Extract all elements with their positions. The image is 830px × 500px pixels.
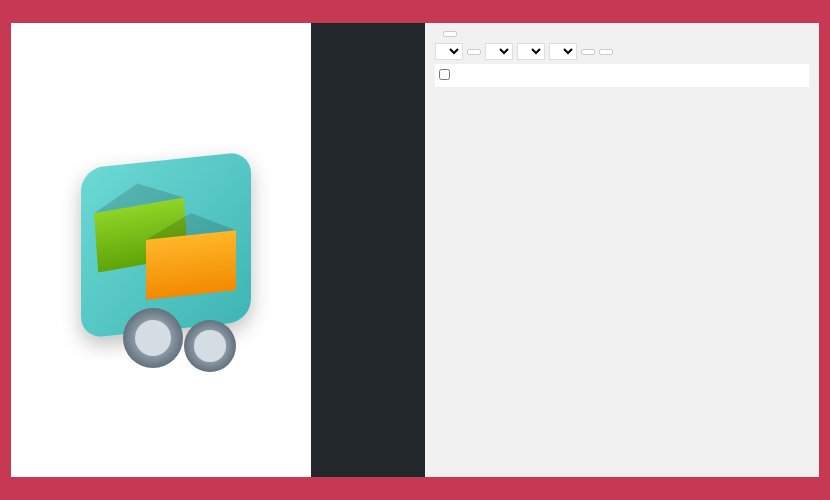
main-content [425, 23, 819, 477]
envelope-orange-icon [146, 230, 236, 299]
gear-icon [184, 320, 236, 372]
select-all-checkbox[interactable] [439, 69, 450, 80]
view-statistics-button[interactable] [443, 31, 457, 37]
admin-sidebar [311, 23, 425, 477]
col-actions [543, 64, 632, 88]
apply-button[interactable] [467, 49, 481, 55]
dates-select[interactable] [549, 43, 577, 60]
bulk-actions-select[interactable] [435, 43, 463, 60]
filter-button[interactable] [581, 49, 595, 55]
wp-admin [311, 23, 819, 477]
reset-filters-button[interactable] [599, 49, 613, 55]
filter-bar [435, 43, 809, 60]
status-select[interactable] [485, 43, 513, 60]
subscriptions-table [435, 64, 809, 88]
type-select[interactable] [517, 43, 545, 60]
app-frame [11, 23, 819, 477]
gear-icon [123, 308, 183, 368]
col-post-title[interactable] [632, 64, 721, 88]
col-type[interactable] [720, 64, 809, 88]
col-email[interactable] [454, 64, 543, 88]
hero-illustration [11, 23, 311, 477]
